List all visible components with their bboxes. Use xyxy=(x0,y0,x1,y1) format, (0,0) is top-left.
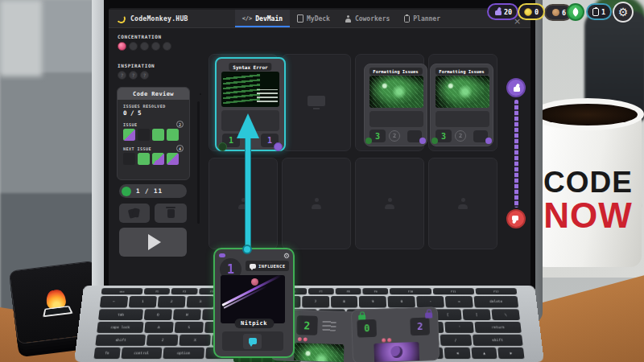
tab-label: Planner xyxy=(413,15,440,23)
issue-slots xyxy=(123,129,184,141)
keyboard-key: A xyxy=(144,322,174,333)
thumbs-up-icon xyxy=(512,84,520,92)
background-wall-panel xyxy=(0,0,42,76)
person-icon xyxy=(311,198,322,209)
bean-icon xyxy=(552,9,559,16)
tab-planner[interactable]: Planner xyxy=(397,10,448,27)
keyboard-key: caps lock xyxy=(97,322,143,333)
cyan-bubble-icon xyxy=(249,338,257,344)
card-title: Formatting Issues xyxy=(435,68,488,75)
green-orb-icon xyxy=(365,138,372,144)
card-art xyxy=(369,76,423,108)
card-pips xyxy=(298,337,308,341)
concentration-label: CONCENTRATION xyxy=(118,34,162,39)
concentration-dot xyxy=(140,42,149,51)
coworker-slot[interactable] xyxy=(282,158,351,249)
keyboard-key: ~ xyxy=(100,296,128,307)
gear-icon: ⚙ xyxy=(618,6,629,19)
discard-button[interactable] xyxy=(155,204,187,223)
coffee xyxy=(538,104,638,125)
keyboard-key: tab xyxy=(98,309,143,320)
card-pips xyxy=(382,338,391,342)
issue-slot xyxy=(138,129,150,141)
task-count: 1 xyxy=(601,8,605,16)
clipboard-icon xyxy=(592,8,599,16)
keyboard-key: W xyxy=(173,309,201,320)
inactive-gauge-bottom xyxy=(191,224,210,243)
next-issue-slot xyxy=(123,153,135,165)
tab-devmain[interactable]: </> DevMain xyxy=(235,10,290,27)
purple-orb-icon xyxy=(274,142,283,151)
coworker-slot[interactable] xyxy=(355,158,424,249)
next-issue-slot xyxy=(138,153,150,165)
issues-resolved-label: ISSUES RESOLVED xyxy=(123,104,189,109)
card-description-box xyxy=(369,111,423,127)
tab-coworkers[interactable]: Coworkers xyxy=(337,10,397,27)
person-icon xyxy=(384,198,395,209)
keyboard-key: F2 xyxy=(171,288,198,294)
keyboard-key: 7 xyxy=(302,296,329,307)
formatting-issues-card[interactable]: Formatting Issues 3 2 xyxy=(364,64,427,146)
keyboard-key: ] xyxy=(463,309,491,320)
monitor-icon xyxy=(308,96,325,109)
purple-lock-icon xyxy=(425,312,432,318)
next-issue-label: NEXT ISSUE xyxy=(123,146,151,151)
action-chip xyxy=(243,334,262,349)
inspiration-dot: ? xyxy=(118,71,126,80)
green-orb-icon xyxy=(218,142,227,151)
influence-tag: INFLUENCE xyxy=(246,261,289,271)
influence-label: INFLUENCE xyxy=(258,264,285,269)
targeting-arrow-shaft xyxy=(245,137,251,249)
code-review-panel: Code Review ISSUES RESOLVED 0 / 5 ISSUE … xyxy=(117,87,190,180)
card-stat-left: 3 xyxy=(436,130,452,142)
pink-orb-icon xyxy=(251,278,258,286)
settings-button[interactable]: ⚙ xyxy=(613,2,634,23)
card-action-box xyxy=(222,331,283,351)
card-art xyxy=(293,343,344,362)
play-icon xyxy=(148,234,161,250)
keyboard-key: ◀ xyxy=(444,348,471,359)
coworker-slot[interactable] xyxy=(208,158,278,249)
coin-count: 0 xyxy=(535,8,539,16)
keyboard-key: X xyxy=(180,335,211,346)
green-orb-icon xyxy=(431,138,438,144)
nitpick-card[interactable]: 1 INFLUENCE ⚙ Nitpick xyxy=(213,248,295,358)
ghost-cost: 2 xyxy=(389,130,400,142)
keyboard-key: ▲ xyxy=(471,348,497,359)
keyboard-key: esc xyxy=(101,288,143,294)
coworker-slot[interactable] xyxy=(428,158,497,249)
burning-laptop-icon xyxy=(43,306,73,317)
card-stat-left: 0 xyxy=(357,319,377,338)
thumbs-up-button[interactable] xyxy=(506,78,526,97)
green-orb-button[interactable] xyxy=(567,3,584,21)
mug-text-line1: CODE xyxy=(543,167,633,199)
keyboard-key: 8 xyxy=(331,296,358,307)
keyboard-key: F1 xyxy=(144,288,171,294)
play-button[interactable] xyxy=(119,228,187,257)
tab-mydeck[interactable]: MyDeck xyxy=(290,10,337,27)
targeting-arrow-origin xyxy=(242,245,252,254)
inactive-gauge-top xyxy=(191,84,210,104)
keyboard-key: 3 xyxy=(186,296,214,307)
leaf-icon xyxy=(571,7,580,16)
card-title: Syntax Error xyxy=(229,63,271,71)
formatting-issues-card[interactable]: Formatting Issues 3 2 xyxy=(430,64,493,146)
ghost-list-icon xyxy=(322,319,336,331)
purple-orb-icon xyxy=(419,138,426,144)
thumbs-down-button[interactable] xyxy=(506,209,526,228)
concentration-dot xyxy=(151,42,160,51)
hand-button[interactable] xyxy=(119,204,150,223)
approval-track xyxy=(514,100,518,208)
bean-count: 6 xyxy=(562,9,566,17)
code-review-title: Code Review xyxy=(118,88,189,100)
card-art xyxy=(374,342,419,362)
card-stat-left: 3 xyxy=(369,130,386,142)
app-topbar: CodeMonkey.HUB </> DevMain MyDeck Cowork… xyxy=(109,10,530,28)
code-slash-icon: </> xyxy=(242,15,253,22)
tasks-badge[interactable]: 1 xyxy=(586,3,612,20)
board-slot[interactable] xyxy=(282,54,351,151)
keyboard-key: F8 xyxy=(336,288,361,294)
hand-card-person[interactable]: 0 2 xyxy=(351,306,440,362)
card-art xyxy=(221,275,285,323)
concentration-dot xyxy=(129,42,138,51)
